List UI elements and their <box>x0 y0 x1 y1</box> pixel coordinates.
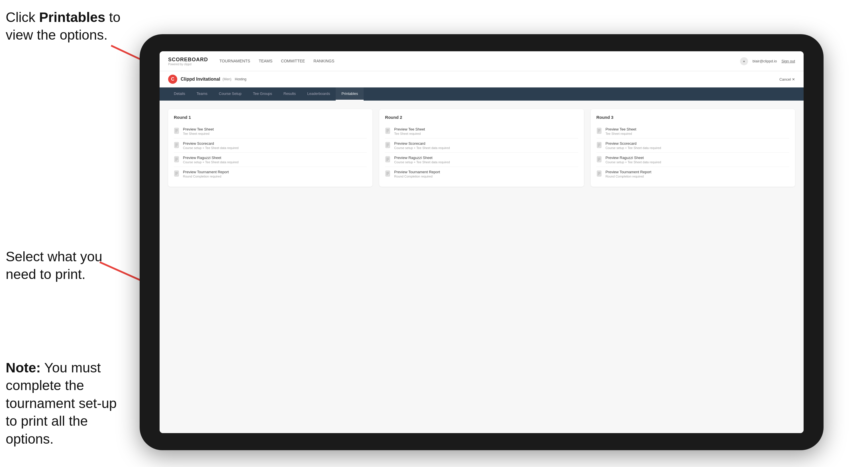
tab-course-setup[interactable]: Course Setup <box>213 88 247 101</box>
nav-rankings[interactable]: RANKINGS <box>313 58 334 65</box>
r1-report-sub: Round Completion required <box>183 175 229 178</box>
tablet-screen: SCOREBOARD Powered by clippd TOURNAMENTS… <box>160 51 804 433</box>
instruction-middle-text: Select what you need to print. <box>6 249 102 282</box>
r3-raguzzi-sub: Course setup + Tee Sheet data required <box>606 160 661 164</box>
instruction-top-bold: Printables <box>39 10 105 25</box>
content-area: Round 1 Preview Tee Sheet <box>160 101 804 433</box>
instruction-bottom: Note: You must complete the tournament s… <box>6 359 125 448</box>
r2-report-title: Preview Tournament Report <box>394 170 440 174</box>
r3-score-title: Preview Scorecard <box>606 141 661 146</box>
r3-tee-title: Preview Tee Sheet <box>606 127 636 131</box>
r3-report-icon <box>596 170 603 178</box>
instruction-top-text1: Click <box>6 10 39 25</box>
report-icon <box>174 170 180 178</box>
raguzzi-icon <box>174 156 180 163</box>
r1-report-title: Preview Tournament Report <box>183 170 229 174</box>
r2-raguzzi-icon <box>385 156 391 163</box>
nav-right: ● blair@clippd.io Sign out <box>740 57 795 65</box>
nav-teams[interactable]: TEAMS <box>259 58 272 65</box>
round-1-title: Round 1 <box>174 115 367 120</box>
round-2-section: Round 2 Preview Tee Sheet <box>379 109 584 187</box>
r1-score-title: Preview Scorecard <box>183 141 239 146</box>
r3-report-title: Preview Tournament Report <box>606 170 651 174</box>
r3-raguzzi-icon <box>596 156 603 163</box>
round-3-tournament-report[interactable]: Preview Tournament Report Round Completi… <box>596 167 789 181</box>
round-3-section: Round 3 Preview Tee Sheet <box>591 109 795 187</box>
tournament-logo: C <box>168 75 177 84</box>
r3-report-sub: Round Completion required <box>606 175 651 178</box>
tablet-frame: SCOREBOARD Powered by clippd TOURNAMENTS… <box>140 34 824 450</box>
round-1-scorecard[interactable]: Preview Scorecard Course setup + Tee She… <box>174 138 367 153</box>
round-1-raguzzi[interactable]: Preview Raguzzi Sheet Course setup + Tee… <box>174 153 367 167</box>
nav-items: TOURNAMENTS TEAMS COMMITTEE RANKINGS <box>219 58 740 65</box>
tournament-badge: (Men) <box>222 77 231 81</box>
r3-tee-icon <box>596 128 603 135</box>
r2-score-title: Preview Scorecard <box>394 141 450 146</box>
tab-teams[interactable]: Teams <box>191 88 213 101</box>
r2-score-sub: Course setup + Tee Sheet data required <box>394 146 450 150</box>
round-3-scorecard[interactable]: Preview Scorecard Course setup + Tee She… <box>596 138 789 153</box>
r2-raguzzi-sub: Course setup + Tee Sheet data required <box>394 160 450 164</box>
tab-leaderboards[interactable]: Leaderboards <box>302 88 336 101</box>
r1-raguzzi-title: Preview Raguzzi Sheet <box>183 156 239 160</box>
round-2-scorecard[interactable]: Preview Scorecard Course setup + Tee She… <box>385 138 578 153</box>
round-3-raguzzi[interactable]: Preview Raguzzi Sheet Course setup + Tee… <box>596 153 789 167</box>
logo-area: SCOREBOARD Powered by clippd <box>168 57 208 66</box>
r2-tee-sub: Tee Sheet required <box>394 132 425 135</box>
logo-title: SCOREBOARD <box>168 57 208 63</box>
r2-report-icon <box>385 170 391 178</box>
user-email: blair@clippd.io <box>752 59 777 63</box>
avatar: ● <box>740 57 748 65</box>
sub-header: C Clippd Invitational (Men) Hosting Canc… <box>160 71 804 88</box>
rounds-grid: Round 1 Preview Tee Sheet <box>168 109 795 187</box>
r2-tee-title: Preview Tee Sheet <box>394 127 425 131</box>
round-2-title: Round 2 <box>385 115 578 120</box>
sign-out-link[interactable]: Sign out <box>781 59 795 63</box>
r2-report-sub: Round Completion required <box>394 175 440 178</box>
top-nav: SCOREBOARD Powered by clippd TOURNAMENTS… <box>160 51 804 71</box>
round-3-tee-sheet[interactable]: Preview Tee Sheet Tee Sheet required <box>596 124 789 138</box>
cancel-button[interactable]: Cancel ✕ <box>779 77 795 82</box>
r3-tee-sub: Tee Sheet required <box>606 132 636 135</box>
round-1-section: Round 1 Preview Tee Sheet <box>168 109 372 187</box>
tab-bar: Details Teams Course Setup Tee Groups Re… <box>160 88 804 101</box>
r2-score-icon <box>385 142 391 149</box>
round-1-tee-sheet[interactable]: Preview Tee Sheet Tee Sheet required <box>174 124 367 138</box>
r1-score-sub: Course setup + Tee Sheet data required <box>183 146 239 150</box>
nav-committee[interactable]: COMMITTEE <box>281 58 305 65</box>
round-3-title: Round 3 <box>596 115 789 120</box>
r3-raguzzi-title: Preview Raguzzi Sheet <box>606 156 661 160</box>
tee-sheet-icon <box>174 128 180 135</box>
r3-score-icon <box>596 142 603 149</box>
round-2-tournament-report[interactable]: Preview Tournament Report Round Completi… <box>385 167 578 181</box>
r3-score-sub: Course setup + Tee Sheet data required <box>606 146 661 150</box>
nav-tournaments[interactable]: TOURNAMENTS <box>219 58 250 65</box>
tournament-name: Clippd Invitational <box>181 76 220 82</box>
logo-sub: Powered by clippd <box>168 63 208 66</box>
round-2-raguzzi[interactable]: Preview Raguzzi Sheet Course setup + Tee… <box>385 153 578 167</box>
r1-tee-sub: Tee Sheet required <box>183 132 214 135</box>
tab-results[interactable]: Results <box>278 88 302 101</box>
r2-tee-icon <box>385 128 391 135</box>
round-1-tournament-report[interactable]: Preview Tournament Report Round Completi… <box>174 167 367 181</box>
r2-raguzzi-title: Preview Raguzzi Sheet <box>394 156 450 160</box>
tab-printables[interactable]: Printables <box>336 88 364 101</box>
r1-tee-title: Preview Tee Sheet <box>183 127 214 131</box>
tournament-status: Hosting <box>235 77 247 81</box>
scorecard-icon <box>174 142 180 149</box>
instruction-top: Click Printables to view the options. <box>6 8 125 44</box>
r1-raguzzi-sub: Course setup + Tee Sheet data required <box>183 160 239 164</box>
round-2-tee-sheet[interactable]: Preview Tee Sheet Tee Sheet required <box>385 124 578 138</box>
tab-details[interactable]: Details <box>168 88 191 101</box>
instruction-bottom-bold: Note: <box>6 360 41 375</box>
tab-tee-groups[interactable]: Tee Groups <box>247 88 278 101</box>
